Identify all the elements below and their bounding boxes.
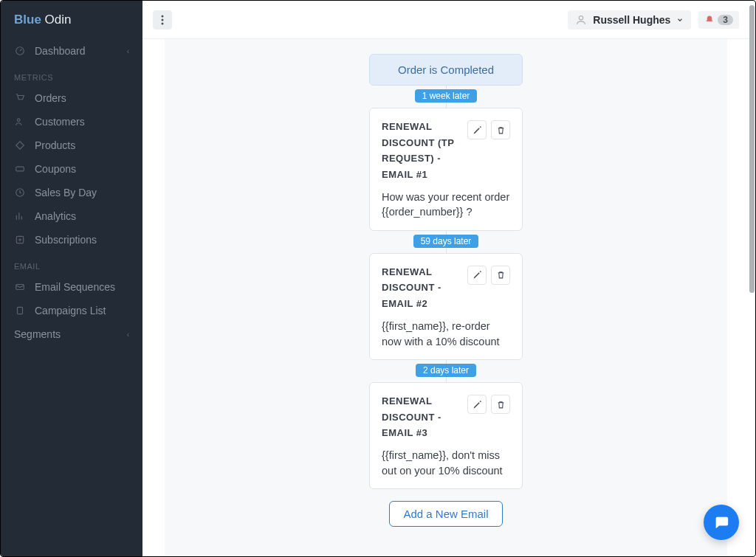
clock-icon bbox=[14, 187, 26, 198]
sidebar-item-label: Analytics bbox=[35, 210, 129, 222]
sidebar-item-label: Email Sequences bbox=[35, 281, 129, 293]
sidebar-item-label: Subscriptions bbox=[35, 234, 129, 246]
sidebar-item-label: Sales By Day bbox=[35, 187, 129, 198]
chart-icon bbox=[14, 210, 26, 222]
connector bbox=[446, 377, 447, 382]
sidebar-item-coupons[interactable]: Coupons bbox=[1, 157, 142, 181]
sidebar-item-campaigns-list[interactable]: Campaigns List bbox=[1, 299, 142, 322]
connector bbox=[446, 231, 447, 235]
email-node-subject: {{first_name}}, re-order now with a 10% … bbox=[382, 319, 510, 349]
clipboard-icon bbox=[14, 305, 26, 316]
connector bbox=[446, 360, 447, 364]
trash-icon bbox=[496, 125, 506, 135]
svg-rect-2 bbox=[16, 167, 24, 171]
more-menu-button[interactable] bbox=[153, 10, 172, 30]
email-node-title: RENEWAL DISCOUNT (TP REQUEST) - EMAIL #1 bbox=[382, 119, 461, 182]
delay-label: 2 days later bbox=[423, 365, 469, 376]
delay-pill[interactable]: 2 days later bbox=[416, 364, 476, 377]
sidebar-item-label: Segments bbox=[14, 328, 118, 340]
sidebar-item-products[interactable]: Products bbox=[1, 134, 142, 157]
pencil-icon bbox=[472, 270, 482, 280]
connector bbox=[446, 103, 447, 108]
user-menu[interactable]: Russell Hughes bbox=[568, 10, 691, 30]
svg-point-8 bbox=[162, 18, 164, 21]
delay-pill[interactable]: 59 days later bbox=[413, 235, 479, 248]
pencil-icon bbox=[472, 125, 482, 135]
plus-square-icon bbox=[14, 234, 26, 246]
delay-pill[interactable]: 1 week later bbox=[415, 89, 478, 103]
svg-point-10 bbox=[580, 15, 583, 19]
scrollbar[interactable] bbox=[749, 1, 755, 556]
sidebar-item-label: Campaigns List bbox=[35, 305, 129, 316]
delay-label: 1 week later bbox=[422, 91, 470, 101]
email-node-title: RENEWAL DISCOUNT - EMAIL #2 bbox=[382, 264, 461, 311]
svg-point-9 bbox=[162, 22, 164, 24]
tag-icon bbox=[14, 139, 26, 151]
sidebar-header-metrics: METRICS bbox=[1, 63, 142, 86]
gauge-icon bbox=[14, 45, 26, 57]
svg-point-7 bbox=[162, 15, 164, 17]
sidebar-item-segments[interactable]: Segments ‹ bbox=[1, 322, 142, 346]
sidebar-item-sales-by-day[interactable]: Sales By Day bbox=[1, 181, 142, 204]
delay-label: 59 days later bbox=[421, 236, 472, 246]
sidebar-item-customers[interactable]: Customers bbox=[1, 110, 142, 134]
chat-icon bbox=[713, 514, 729, 530]
trigger-label: Order is Completed bbox=[398, 63, 494, 76]
sidebar-item-label: Customers bbox=[35, 116, 129, 128]
sidebar-item-label: Dashboard bbox=[35, 45, 118, 57]
users-icon bbox=[14, 116, 26, 128]
email-node: RENEWAL DISCOUNT - EMAIL #2 {{first_name… bbox=[369, 253, 523, 360]
bell-icon bbox=[704, 15, 715, 25]
notification-count: 3 bbox=[718, 15, 733, 25]
add-email-label: Add a New Email bbox=[403, 508, 488, 520]
edit-email-button[interactable] bbox=[467, 266, 487, 285]
email-node-subject: {{first_name}}, don't miss out on your 1… bbox=[382, 448, 510, 478]
scrollbar-thumb[interactable] bbox=[749, 5, 755, 293]
topbar: Russell Hughes 3 bbox=[142, 1, 749, 39]
delete-email-button[interactable] bbox=[491, 395, 510, 414]
ticket-icon bbox=[14, 163, 26, 175]
sequence-canvas: Order is Completed 1 week later RENEWAL … bbox=[165, 39, 727, 556]
sidebar-item-orders[interactable]: Orders bbox=[1, 86, 142, 110]
cart-icon bbox=[14, 92, 26, 104]
chat-widget-button[interactable] bbox=[704, 505, 739, 540]
mail-icon bbox=[14, 281, 26, 293]
trash-icon bbox=[496, 400, 506, 409]
trash-icon bbox=[496, 270, 506, 280]
delete-email-button[interactable] bbox=[491, 266, 510, 285]
sidebar-item-dashboard[interactable]: Dashboard ‹ bbox=[1, 39, 142, 63]
sidebar-item-label: Orders bbox=[35, 92, 129, 104]
kebab-icon bbox=[161, 15, 164, 25]
delete-email-button[interactable] bbox=[491, 120, 510, 139]
svg-point-1 bbox=[18, 119, 21, 122]
svg-rect-6 bbox=[18, 307, 23, 314]
email-node-title: RENEWAL DISCOUNT - EMAIL #3 bbox=[382, 393, 461, 440]
sidebar-header-email: EMAIL bbox=[1, 252, 142, 275]
notifications-button[interactable]: 3 bbox=[698, 11, 739, 29]
chevron-left-icon: ‹ bbox=[127, 47, 129, 55]
sidebar-item-analytics[interactable]: Analytics bbox=[1, 204, 142, 228]
edit-email-button[interactable] bbox=[467, 395, 487, 414]
email-node: RENEWAL DISCOUNT (TP REQUEST) - EMAIL #1… bbox=[369, 108, 523, 230]
brand-logo: Blue Odin bbox=[1, 1, 142, 39]
sidebar-item-label: Products bbox=[35, 139, 129, 151]
main-panel: Russell Hughes 3 Order is Completed 1 we… bbox=[142, 1, 749, 556]
add-email-button[interactable]: Add a New Email bbox=[389, 501, 502, 527]
connector bbox=[446, 248, 447, 253]
chevron-down-icon bbox=[676, 16, 684, 24]
sidebar-item-label: Coupons bbox=[35, 163, 129, 175]
pencil-icon bbox=[472, 400, 482, 409]
trigger-node[interactable]: Order is Completed bbox=[369, 54, 523, 86]
sidebar-item-subscriptions[interactable]: Subscriptions bbox=[1, 228, 142, 252]
user-name: Russell Hughes bbox=[593, 14, 670, 26]
email-node-subject: How was your recent order {{order_number… bbox=[382, 190, 510, 220]
chevron-left-icon: ‹ bbox=[127, 331, 129, 339]
sidebar-item-email-sequences[interactable]: Email Sequences bbox=[1, 275, 142, 299]
sidebar: Blue Odin Dashboard ‹ METRICS Orders Cus… bbox=[1, 1, 142, 556]
edit-email-button[interactable] bbox=[467, 120, 487, 139]
email-node: RENEWAL DISCOUNT - EMAIL #3 {{first_name… bbox=[369, 382, 523, 489]
user-icon bbox=[575, 14, 587, 26]
